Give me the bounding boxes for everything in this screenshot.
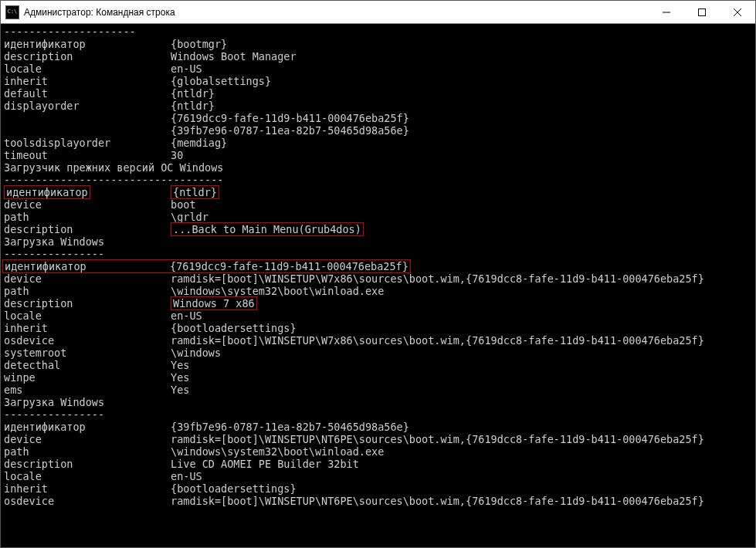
output-line: ----------------------------------- — [4, 174, 752, 186]
output-line: path\windows\system32\boot\winload.exe — [4, 445, 752, 458]
output-line: path\grldr — [4, 211, 752, 223]
output-line: osdeviceramdisk=[boot]\WINSETUP\NT6PE\so… — [4, 495, 752, 507]
output-line: localeen-US — [4, 470, 752, 482]
output-line: {39fb7e96-0787-11ea-82b7-50465d98a56e} — [4, 124, 752, 137]
output-line: winpeYes — [4, 371, 752, 384]
output-line: deviceboot — [4, 198, 752, 211]
titlebar[interactable]: C:\ Администратор: Командная строка — [1, 1, 755, 24]
cmd-icon: C:\ — [5, 5, 19, 19]
output-line: descriptionWindows 7 x86 — [4, 297, 752, 310]
output-line: default{ntldr} — [4, 87, 752, 100]
output-line: path\windows\system32\boot\winload.exe — [4, 285, 752, 297]
output-line: localeen-US — [4, 310, 752, 322]
output-line: deviceramdisk=[boot]\WINSETUP\NT6PE\sour… — [4, 433, 752, 445]
minimize-button[interactable] — [649, 1, 684, 23]
output-line: {7619dcc9-fafe-11d9-b411-000476eba25f} — [4, 112, 752, 124]
output-line: displayorder{ntldr} — [4, 100, 752, 112]
output-line: descriptionWindows Boot Manager — [4, 50, 752, 63]
output-line: Загрузчик прежних версий ОС Windows — [4, 161, 752, 174]
terminal-output[interactable]: ---------------------идентификатор{bootm… — [1, 24, 755, 547]
command-prompt-window: C:\ Администратор: Командная строка ----… — [0, 0, 756, 548]
window-title: Администратор: Командная строка — [24, 7, 649, 18]
output-line: descriptionLive CD AOMEI PE Builder 32bi… — [4, 458, 752, 470]
output-line: идентификатор{7619dcc9-fafe-11d9-b411-00… — [4, 260, 752, 272]
output-line: ---------------- — [4, 248, 752, 260]
output-line: systemroot\windows — [4, 347, 752, 359]
output-line: идентификатор{39fb7e96-0787-11ea-82b7-50… — [4, 421, 752, 433]
output-line: detecthalYes — [4, 359, 752, 371]
maximize-button[interactable] — [684, 1, 720, 23]
output-line: inherit{bootloadersettings} — [4, 482, 752, 495]
output-line: description...Back to Main Menu(Grub4dos… — [4, 223, 752, 235]
output-line: Загрузка Windows — [4, 396, 752, 408]
output-line: inherit{bootloadersettings} — [4, 322, 752, 334]
window-controls — [649, 1, 755, 23]
output-line: osdeviceramdisk=[boot]\WINSETUP\W7x86\so… — [4, 334, 752, 347]
output-line: localeen-US — [4, 63, 752, 75]
output-line: идентификатор{ntldr} — [4, 186, 752, 198]
output-line: inherit{globalsettings} — [4, 75, 752, 87]
output-line: ---------------- — [4, 408, 752, 421]
output-line: deviceramdisk=[boot]\WINSETUP\W7x86\sour… — [4, 272, 752, 285]
output-line: --------------------- — [4, 25, 752, 38]
output-line: emsYes — [4, 384, 752, 396]
close-button[interactable] — [720, 1, 755, 23]
svg-rect-1 — [699, 8, 706, 15]
output-line: идентификатор{bootmgr} — [4, 38, 752, 50]
output-line: toolsdisplayorder{memdiag} — [4, 137, 752, 149]
output-line: timeout30 — [4, 149, 752, 161]
output-line: Загрузка Windows — [4, 235, 752, 248]
